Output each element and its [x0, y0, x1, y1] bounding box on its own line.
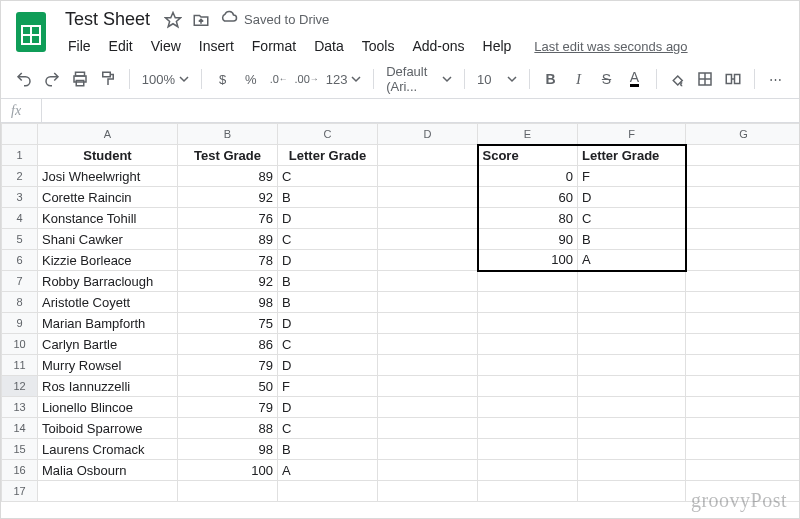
cell[interactable]: D: [278, 208, 378, 229]
cell[interactable]: C: [278, 166, 378, 187]
borders-icon[interactable]: [692, 66, 718, 92]
cell[interactable]: Marian Bampforth: [38, 313, 178, 334]
cell[interactable]: Aristotle Coyett: [38, 292, 178, 313]
cell[interactable]: [478, 355, 578, 376]
cell[interactable]: [378, 481, 478, 502]
cell[interactable]: [578, 397, 686, 418]
cell[interactable]: 98: [178, 292, 278, 313]
cell[interactable]: [578, 376, 686, 397]
cell[interactable]: [478, 313, 578, 334]
row-header[interactable]: 1: [2, 145, 38, 166]
cell[interactable]: [478, 376, 578, 397]
cell[interactable]: 50: [178, 376, 278, 397]
cell[interactable]: 100: [178, 460, 278, 481]
col-header[interactable]: E: [478, 124, 578, 145]
row-header[interactable]: 12: [2, 376, 38, 397]
cell[interactable]: [278, 481, 378, 502]
cell[interactable]: [686, 271, 801, 292]
cell[interactable]: D: [278, 313, 378, 334]
row-header[interactable]: 8: [2, 292, 38, 313]
cell[interactable]: 92: [178, 187, 278, 208]
cell[interactable]: 79: [178, 355, 278, 376]
cell[interactable]: Toiboid Sparrowe: [38, 418, 178, 439]
cell[interactable]: B: [278, 271, 378, 292]
cell[interactable]: [686, 313, 801, 334]
cell[interactable]: [478, 439, 578, 460]
cell[interactable]: D: [578, 187, 686, 208]
cell[interactable]: [686, 418, 801, 439]
merge-cells-icon[interactable]: [720, 66, 746, 92]
cell[interactable]: Letter Grade: [278, 145, 378, 166]
cell[interactable]: Robby Barraclough: [38, 271, 178, 292]
cell[interactable]: [686, 166, 801, 187]
cell[interactable]: [578, 313, 686, 334]
cell[interactable]: B: [278, 187, 378, 208]
text-color-button[interactable]: A: [622, 66, 648, 92]
cell[interactable]: [478, 271, 578, 292]
cell[interactable]: Konstance Tohill: [38, 208, 178, 229]
cell[interactable]: Test Grade: [178, 145, 278, 166]
cell[interactable]: [686, 481, 801, 502]
font-select[interactable]: Default (Ari...: [382, 64, 456, 94]
cloud-status[interactable]: Saved to Drive: [220, 9, 329, 30]
toolbar-more-icon[interactable]: ⋯: [763, 66, 789, 92]
menu-help[interactable]: Help: [476, 34, 519, 58]
star-icon[interactable]: [164, 11, 182, 29]
row-header[interactable]: 2: [2, 166, 38, 187]
row-header[interactable]: 4: [2, 208, 38, 229]
cell[interactable]: C: [578, 208, 686, 229]
cell[interactable]: C: [278, 334, 378, 355]
cell[interactable]: 78: [178, 250, 278, 271]
cell[interactable]: 0: [478, 166, 578, 187]
cell[interactable]: [578, 355, 686, 376]
col-header[interactable]: B: [178, 124, 278, 145]
cell[interactable]: D: [278, 250, 378, 271]
bold-button[interactable]: B: [538, 66, 564, 92]
cell[interactable]: [178, 481, 278, 502]
cell[interactable]: [378, 187, 478, 208]
zoom-select[interactable]: 100%: [138, 72, 193, 87]
row-header[interactable]: 14: [2, 418, 38, 439]
cell[interactable]: C: [278, 418, 378, 439]
italic-button[interactable]: I: [566, 66, 592, 92]
cell[interactable]: [686, 460, 801, 481]
cell[interactable]: 98: [178, 439, 278, 460]
cell[interactable]: [378, 460, 478, 481]
cell[interactable]: [686, 187, 801, 208]
cell[interactable]: 90: [478, 229, 578, 250]
menu-file[interactable]: File: [61, 34, 98, 58]
percent-button[interactable]: %: [238, 66, 264, 92]
cell[interactable]: [378, 397, 478, 418]
increase-decimal-button[interactable]: .00→: [294, 66, 320, 92]
cell[interactable]: [578, 418, 686, 439]
col-header[interactable]: G: [686, 124, 801, 145]
cell[interactable]: A: [278, 460, 378, 481]
menu-data[interactable]: Data: [307, 34, 351, 58]
cell[interactable]: [378, 145, 478, 166]
currency-button[interactable]: $: [210, 66, 236, 92]
cell[interactable]: 86: [178, 334, 278, 355]
cell[interactable]: [578, 481, 686, 502]
cell[interactable]: Score: [478, 145, 578, 166]
move-icon[interactable]: [192, 11, 210, 29]
redo-icon[interactable]: [39, 66, 65, 92]
menu-insert[interactable]: Insert: [192, 34, 241, 58]
formula-input[interactable]: [48, 99, 799, 122]
cell[interactable]: [378, 355, 478, 376]
more-formats-select[interactable]: 123: [322, 72, 366, 87]
cell[interactable]: Carlyn Bartle: [38, 334, 178, 355]
cell[interactable]: [378, 376, 478, 397]
cell[interactable]: [478, 397, 578, 418]
cell[interactable]: [378, 334, 478, 355]
decrease-decimal-button[interactable]: .0←: [266, 66, 292, 92]
menu-tools[interactable]: Tools: [355, 34, 402, 58]
cell[interactable]: 75: [178, 313, 278, 334]
cell[interactable]: [378, 313, 478, 334]
row-header[interactable]: 15: [2, 439, 38, 460]
cell[interactable]: [686, 292, 801, 313]
row-header[interactable]: 16: [2, 460, 38, 481]
cell[interactable]: Ros Iannuzzelli: [38, 376, 178, 397]
cell[interactable]: Murry Rowsel: [38, 355, 178, 376]
cell[interactable]: D: [278, 397, 378, 418]
cell[interactable]: [478, 481, 578, 502]
